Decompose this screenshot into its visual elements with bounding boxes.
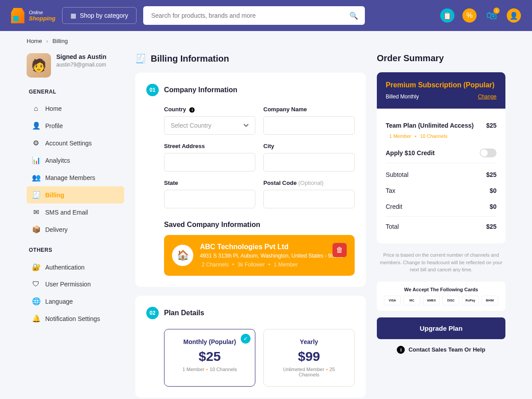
plan-card-monthly[interactable]: ✓Monthly (Popular)$251 Member•10 Channel… [164, 329, 255, 387]
nav-group-title: OTHERS [27, 247, 124, 253]
shop-by-category-button[interactable]: ▦ Shop by category [62, 7, 137, 24]
subtotal-label: Subtotal [386, 171, 408, 178]
plan-card-yearly[interactable]: Yearly$99Unlimeted Member•25 Channels [263, 329, 355, 387]
sidebar: 🧑 Signed as Austin austin79@gmail.com GE… [27, 53, 124, 399]
house-icon: 🏠 [172, 245, 193, 266]
sidebar-item-profile[interactable]: 👤Profile [27, 117, 124, 134]
change-link[interactable]: Change [478, 94, 497, 100]
sidebar-item-billing[interactable]: 🧾Billing [27, 186, 124, 203]
summary-plan-name: Premium Subscription (Popular) [386, 81, 497, 89]
chevron-right-icon: › [46, 38, 48, 44]
credit-toggle[interactable] [480, 149, 497, 157]
plan-price: $25 [173, 349, 246, 364]
sidebar-item-manage-members[interactable]: 👥Manage Members [27, 169, 124, 186]
postal-label: Postal Code (Optional) [263, 180, 355, 186]
logo-text-2: Shopping [29, 15, 55, 22]
nav-label: Delivery [45, 226, 68, 233]
nav-label: User Permission [45, 281, 91, 288]
sidebar-item-delivery[interactable]: 📦Delivery [27, 221, 124, 238]
postal-input[interactable] [263, 190, 355, 208]
nav-icon: 📊 [32, 156, 40, 164]
sidebar-item-notification-settings[interactable]: 🔔Notification Settings [27, 310, 124, 327]
search-input[interactable] [143, 6, 365, 25]
plan-detail: 1 Member•10 Channels [173, 367, 246, 372]
nav-group-title: GENERAL [27, 89, 124, 95]
subtotal-value: $25 [486, 171, 497, 178]
user-card: 🧑 Signed as Austin austin79@gmail.com [27, 53, 124, 78]
plan-name: Yearly [273, 338, 345, 345]
plan-details-title: Plan Details [164, 309, 204, 317]
logo[interactable]: Online Shopping [11, 8, 55, 23]
nav-icon: 🔔 [32, 314, 40, 323]
sidebar-item-language[interactable]: 🌐Language [27, 293, 124, 310]
delete-button[interactable]: 🗑 [332, 243, 347, 257]
summary-title: Order Summary [377, 53, 505, 63]
nav-icon: ⌂ [32, 105, 40, 113]
summary-plan-header: Premium Subscription (Popular) Billed Mo… [377, 72, 505, 109]
contact-sales-link[interactable]: i Contact Sales Team Or Help [377, 346, 505, 354]
card-logo: VISA [384, 296, 401, 305]
check-icon: ✓ [241, 334, 250, 344]
country-select[interactable]: Select Country [164, 116, 255, 135]
nav-icon: 👤 [32, 121, 40, 130]
city-label: City [263, 143, 355, 149]
summary-body: Team Plan (Unlimited Access) $25 1 Membe… [377, 109, 505, 243]
nav-label: Home [45, 105, 62, 112]
card-logo: RuPay [462, 296, 479, 305]
nav-label: SMS and Email [45, 209, 88, 216]
deals-icon[interactable]: % [462, 8, 477, 23]
fine-print: Price is based on the current number of … [377, 251, 505, 274]
sidebar-item-user-permission[interactable]: 🛡User Permission [27, 276, 124, 293]
breadcrumb: Home › Billing [0, 31, 532, 44]
card-logo: DISC [442, 296, 459, 305]
street-input[interactable] [164, 153, 255, 172]
city-input[interactable] [263, 153, 355, 172]
sidebar-item-sms-and-email[interactable]: ✉SMS and Email [27, 203, 124, 221]
nav-icon: 🛡 [32, 280, 40, 288]
top-icons: 📋 % 🛍1 👤 [440, 8, 521, 23]
sidebar-item-authentication[interactable]: 🔐Authentication [27, 258, 124, 276]
search-icon[interactable]: 🔍 [349, 12, 358, 20]
saved-company-card[interactable]: 🏠 ABC Technologies Pvt Ltd 4931 S 313th … [164, 235, 355, 276]
user-email: austin79@gmail.com [56, 62, 106, 68]
sidebar-item-account-settings[interactable]: ⚙Account Settings [27, 134, 124, 152]
grid-icon: ▦ [70, 12, 76, 19]
plan-price: $99 [273, 349, 345, 364]
nav-icon: 🌐 [32, 297, 40, 305]
team-plan-details: 1 Member•10 Channels [386, 133, 497, 143]
state-input[interactable] [164, 190, 255, 208]
clipboard-icon[interactable]: 📋 [440, 8, 454, 23]
sidebar-item-analyitcs[interactable]: 📊Analyitcs [27, 152, 124, 169]
user-name: Signed as Austin [56, 53, 106, 60]
upgrade-plan-button[interactable]: Upgrade Plan [377, 317, 505, 339]
breadcrumb-current: Billing [52, 38, 68, 44]
search-container: 🔍 [143, 6, 365, 25]
nav-label: Profile [45, 122, 63, 129]
saved-company-stats: 2 Channels•3k Follower•1 Member [200, 262, 343, 268]
accept-title: We Accept The Following Cards [382, 287, 500, 292]
cart-badge: 1 [493, 8, 500, 14]
user-avatar-icon[interactable]: 👤 [507, 8, 521, 23]
total-value: $25 [486, 223, 497, 230]
page-title: 🧾 Billing Information [135, 53, 366, 64]
apply-credit-label: Apply $10 Credit [386, 149, 434, 156]
card-logo: AMEX [423, 296, 440, 305]
breadcrumb-home[interactable]: Home [27, 38, 42, 44]
main-content: 🧾 Billing Information 01 Company Informa… [135, 53, 366, 399]
company-name-input[interactable] [263, 116, 355, 135]
nav-label: Billing [45, 192, 64, 199]
saved-company-address: 4931 S 313th Pl, Auburn, Washington, Uni… [200, 253, 343, 259]
sidebar-item-home[interactable]: ⌂Home [27, 100, 124, 117]
plan-details-card: 02 Plan Details ✓Monthly (Popular)$251 M… [135, 296, 366, 398]
street-label: Street Address [164, 143, 255, 149]
avatar[interactable]: 🧑 [27, 53, 51, 78]
invoice-icon: 🧾 [135, 53, 146, 64]
tax-label: Tax [386, 187, 395, 194]
nav-label: Authentication [45, 264, 85, 271]
card-logo: MC [403, 296, 420, 305]
top-bar: Online Shopping ▦ Shop by category 🔍 📋 %… [0, 0, 532, 31]
contact-label: Contact Sales Team Or Help [408, 346, 485, 353]
cart-icon[interactable]: 🛍1 [485, 8, 499, 23]
info-icon[interactable]: i [189, 107, 195, 113]
shopping-bag-icon [11, 8, 24, 23]
